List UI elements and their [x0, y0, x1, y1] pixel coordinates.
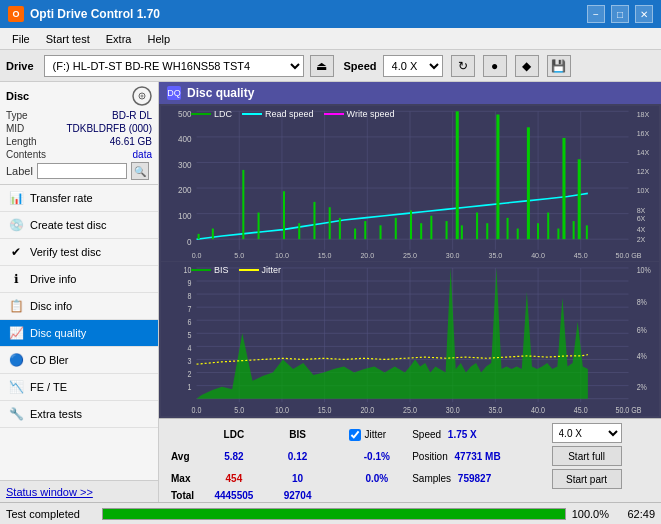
svg-text:5.0: 5.0 — [234, 405, 244, 415]
svg-text:30.0: 30.0 — [446, 405, 460, 415]
refresh-button[interactable]: ↻ — [451, 55, 475, 77]
menu-file[interactable]: File — [4, 31, 38, 47]
close-button[interactable]: ✕ — [635, 5, 653, 23]
svg-rect-73 — [562, 138, 565, 239]
svg-text:30.0: 30.0 — [446, 251, 460, 260]
samples-label: Samples — [412, 473, 451, 484]
label-button[interactable]: 🔍 — [131, 162, 149, 180]
start-full-button[interactable]: Start full — [552, 446, 622, 466]
transfer-rate-icon: 📊 — [8, 190, 24, 206]
quality-speed-select[interactable]: 4.0 X — [552, 423, 622, 443]
svg-rect-74 — [573, 221, 575, 239]
minimize-button[interactable]: − — [587, 5, 605, 23]
elapsed-time: 62:49 — [615, 508, 655, 520]
legend-jitter: Jitter — [239, 265, 282, 275]
nav-transfer-rate[interactable]: 📊 Transfer rate — [0, 185, 158, 212]
svg-rect-45 — [198, 234, 200, 239]
type-label: Type — [6, 110, 28, 121]
nav-extra-tests[interactable]: 🔧 Extra tests — [0, 401, 158, 428]
svg-text:35.0: 35.0 — [488, 405, 502, 415]
svg-text:8: 8 — [188, 291, 192, 301]
svg-rect-50 — [298, 223, 300, 239]
disc-contents-row: Contents data — [6, 149, 152, 160]
drive-label: Drive — [6, 60, 34, 72]
drive-select[interactable]: (F:) HL-DT-ST BD-RE WH16NS58 TST4 — [44, 55, 304, 77]
label-label: Label — [6, 165, 33, 177]
eject-button[interactable]: ⏏ — [310, 55, 334, 77]
progress-bar-fill — [103, 509, 565, 519]
samples-cell: Samples 759827 — [408, 468, 543, 489]
speed-select[interactable]: 4.0 X — [383, 55, 443, 77]
disc-quality-title: Disc quality — [187, 86, 254, 100]
svg-text:7: 7 — [188, 304, 192, 314]
position-label: Position — [412, 451, 448, 462]
svg-rect-71 — [547, 213, 549, 240]
extra-tests-icon: 🔧 — [8, 406, 24, 422]
svg-text:10%: 10% — [637, 265, 651, 275]
svg-text:8%: 8% — [637, 297, 647, 307]
nav-drive-info[interactable]: ℹ Drive info — [0, 266, 158, 293]
disc-quality-header: DQ Disc quality — [159, 82, 661, 104]
svg-text:15.0: 15.0 — [318, 405, 332, 415]
bottom-stats-row: LDC BIS Jitter Speed 1.75 X — [159, 418, 661, 502]
start-part-button[interactable]: Start part — [552, 469, 622, 489]
svg-rect-67 — [507, 218, 509, 239]
nav-label-create-test-disc: Create test disc — [30, 219, 106, 231]
svg-text:14X: 14X — [637, 148, 650, 157]
jitter-checkbox-cell: Jitter — [345, 423, 408, 446]
fe-te-icon: 📉 — [8, 379, 24, 395]
svg-rect-59 — [420, 223, 422, 239]
svg-text:200: 200 — [178, 185, 192, 195]
svg-text:10.0: 10.0 — [275, 251, 289, 260]
nav-disc-info[interactable]: 📋 Disc info — [0, 293, 158, 320]
record-button[interactable]: ● — [483, 55, 507, 77]
svg-text:20.0: 20.0 — [360, 251, 374, 260]
nav-fe-te[interactable]: 📉 FE / TE — [0, 374, 158, 401]
avg-ldc: 5.82 — [198, 446, 269, 467]
nav-verify-test-disc[interactable]: ✔ Verify test disc — [0, 239, 158, 266]
nav-label-cd-bler: CD Bler — [30, 354, 69, 366]
length-label: Length — [6, 136, 37, 147]
jitter-checkbox[interactable] — [349, 429, 361, 441]
save-button[interactable]: 💾 — [547, 55, 571, 77]
title-bar: O Opti Drive Control 1.70 − □ ✕ — [0, 0, 661, 28]
disc-mid-row: MID TDKBLDRFB (000) — [6, 123, 152, 134]
bottom-stats: LDC BIS Jitter Speed 1.75 X — [159, 419, 661, 502]
progress-bar-container — [102, 508, 566, 520]
right-panel: DQ Disc quality LDC Read speed — [159, 82, 661, 502]
create-test-disc-icon: 💿 — [8, 217, 24, 233]
status-window-button[interactable]: Status window >> — [6, 486, 93, 498]
svg-rect-55 — [364, 221, 366, 239]
chart2-svg: 10 9 8 7 6 5 4 3 2 1 10% 8% 6% 4% 2% — [161, 262, 659, 417]
svg-text:18X: 18X — [637, 109, 650, 118]
charts-container: LDC Read speed Write speed — [159, 104, 661, 418]
svg-rect-65 — [486, 223, 488, 239]
bottom-status-bar: Test completed 100.0% 62:49 — [0, 502, 661, 524]
nav-label-fe-te: FE / TE — [30, 381, 67, 393]
svg-rect-52 — [329, 207, 331, 239]
menu-help[interactable]: Help — [139, 31, 178, 47]
legend-ldc-label: LDC — [214, 109, 232, 119]
svg-text:500: 500 — [178, 108, 192, 118]
speed-stat-value: 1.75 X — [448, 429, 477, 440]
svg-rect-76 — [586, 225, 588, 239]
jitter-label: Jitter — [364, 429, 386, 440]
svg-text:10X: 10X — [637, 186, 650, 195]
label-input[interactable] — [37, 163, 127, 179]
menu-extra[interactable]: Extra — [98, 31, 140, 47]
nav-label-transfer-rate: Transfer rate — [30, 192, 93, 204]
disc-quality-icon: 📈 — [8, 325, 24, 341]
nav-create-test-disc[interactable]: 💿 Create test disc — [0, 212, 158, 239]
special-button[interactable]: ◆ — [515, 55, 539, 77]
status-bar: Status window >> — [0, 480, 158, 502]
svg-rect-54 — [354, 229, 356, 240]
legend-read-speed-color — [242, 113, 262, 115]
maximize-button[interactable]: □ — [611, 5, 629, 23]
nav-items: 📊 Transfer rate 💿 Create test disc ✔ Ver… — [0, 185, 158, 480]
nav-disc-quality[interactable]: 📈 Disc quality — [0, 320, 158, 347]
svg-text:2X: 2X — [637, 235, 646, 244]
nav-cd-bler[interactable]: 🔵 CD Bler — [0, 347, 158, 374]
svg-rect-64 — [476, 213, 478, 240]
ldc-chart: LDC Read speed Write speed — [161, 106, 659, 261]
menu-start-test[interactable]: Start test — [38, 31, 98, 47]
